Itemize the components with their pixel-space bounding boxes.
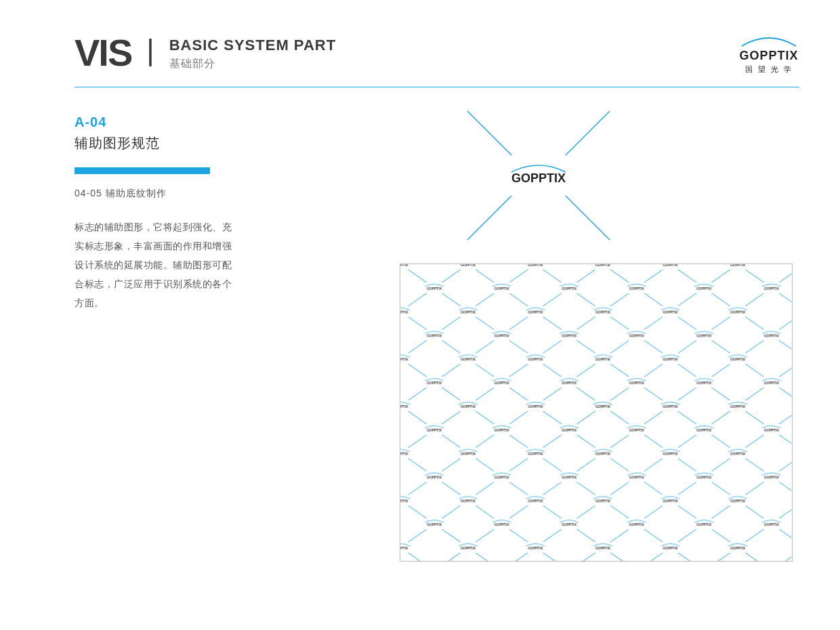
section-title: 辅助图形规范 (75, 134, 237, 152)
pattern-sample: GOPPTIX GOPPTIX GOPPTIX (400, 264, 793, 562)
accent-bar (75, 167, 210, 174)
svg-line-2 (467, 196, 511, 240)
svg-text:GOPPTIX: GOPPTIX (511, 171, 566, 185)
header-title-en: BASIC SYSTEM PART (169, 37, 336, 54)
pattern-grid-icon: GOPPTIX GOPPTIX GOPPTIX (400, 264, 792, 561)
svg-line-1 (566, 111, 610, 155)
brand-name-cn: 国望光学 (738, 64, 799, 75)
svg-line-3 (566, 196, 610, 240)
logo-x-icon: GOPPTIX (430, 101, 647, 250)
header-left: VIS | BASIC SYSTEM PART 基础部分 (75, 34, 336, 72)
brand-name: GOPPTIX (738, 49, 799, 63)
header-title-cn: 基础部分 (169, 57, 336, 71)
logo-x-unit: GOPPTIX (430, 101, 647, 250)
brand-arc-icon (738, 35, 799, 47)
page: VIS | BASIC SYSTEM PART 基础部分 GOPPTIX 国望光… (0, 0, 840, 562)
header-titles: BASIC SYSTEM PART 基础部分 (169, 34, 336, 71)
body-text: 标志的辅助图形，它将起到强化、充实标志形象，丰富画面的作用和增强设计系统的延展功… (75, 217, 237, 312)
svg-rect-17 (400, 264, 791, 561)
content-area: GOPPTIX (278, 114, 799, 562)
header-divider: | (146, 34, 154, 66)
vis-mark: VIS (75, 34, 131, 72)
section-code: A-04 (75, 114, 237, 130)
brand-logo: GOPPTIX 国望光学 (738, 34, 799, 75)
main-content: A-04 辅助图形规范 04-05 辅助底纹制作 标志的辅助图形，它将起到强化、… (75, 114, 799, 562)
page-header: VIS | BASIC SYSTEM PART 基础部分 GOPPTIX 国望光… (75, 34, 799, 87)
sidebar: A-04 辅助图形规范 04-05 辅助底纹制作 标志的辅助图形，它将起到强化、… (75, 114, 237, 562)
subsection-code: 04-05 辅助底纹制作 (75, 188, 237, 200)
svg-line-0 (467, 111, 511, 155)
